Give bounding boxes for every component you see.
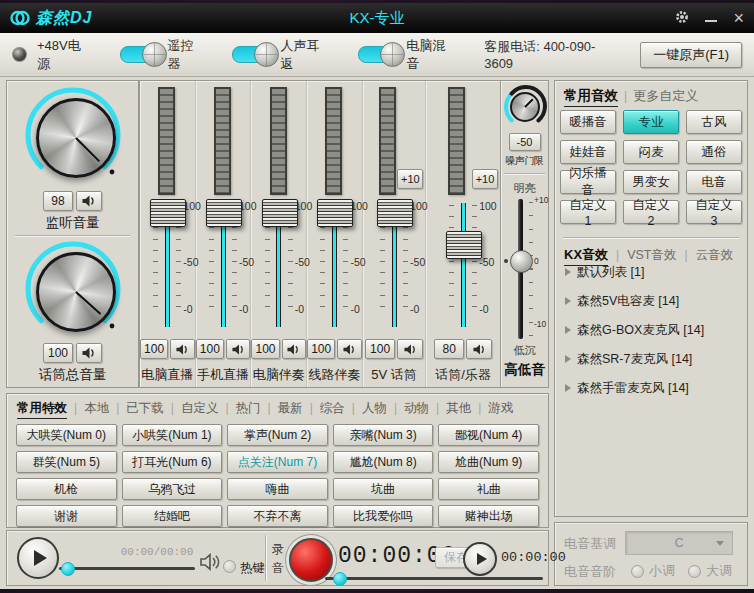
- mic-master-volume-knob[interactable]: [23, 239, 123, 339]
- tab-people[interactable]: 人物: [362, 400, 387, 417]
- tab-custom[interactable]: 自定义: [181, 400, 219, 417]
- channel-value[interactable]: 80: [434, 339, 464, 359]
- channel-value[interactable]: 100: [307, 339, 335, 359]
- channel-mute-button[interactable]: [337, 339, 361, 359]
- sfx-button[interactable]: 比我爱你吗: [333, 505, 434, 527]
- sfx-button[interactable]: 乌鸦飞过: [122, 478, 223, 500]
- tab-animal[interactable]: 动物: [404, 400, 429, 417]
- voice-fx-button[interactable]: 暖播音: [560, 110, 616, 134]
- channel-value[interactable]: 100: [140, 339, 168, 359]
- gain-plus10-button[interactable]: +10: [397, 169, 423, 189]
- tree-item-sr7-mic[interactable]: 森然SR-7麦克风 [14]: [565, 349, 743, 369]
- settings-gear-icon[interactable]: [675, 10, 689, 26]
- tree-item-5v-condenser[interactable]: 森然5V电容麦 [14]: [565, 291, 743, 311]
- monitor-mute-button[interactable]: [76, 191, 102, 211]
- voice-fx-button[interactable]: 自定义1: [560, 200, 616, 224]
- sfx-button-highlighted[interactable]: 点关注(Num 7): [227, 451, 328, 473]
- voice-fx-button[interactable]: 自定义2: [623, 200, 679, 224]
- channel-value[interactable]: 100: [196, 339, 224, 359]
- tab-general[interactable]: 综合: [320, 400, 345, 417]
- noise-gate-value[interactable]: -50: [509, 133, 541, 151]
- channel-value[interactable]: 100: [365, 339, 395, 359]
- tab-hot[interactable]: 热门: [236, 400, 261, 417]
- sfx-button[interactable]: 嗨曲: [227, 478, 328, 500]
- sfx-button[interactable]: 掌声(Num 2): [227, 424, 328, 446]
- fader-handle[interactable]: [446, 231, 482, 259]
- fader-handle[interactable]: [206, 199, 242, 227]
- mic-master-volume-value[interactable]: 100: [43, 343, 73, 363]
- speaker-icon: [403, 343, 418, 356]
- etone-major-option[interactable]: 大调: [688, 562, 732, 580]
- channel-mute-button[interactable]: [226, 339, 250, 359]
- tab-more-custom[interactable]: 更多自定义: [633, 87, 698, 105]
- remote-toggle[interactable]: [120, 46, 158, 63]
- voice-fx-button[interactable]: 娃娃音: [560, 140, 616, 164]
- tab-game[interactable]: 游戏: [488, 400, 513, 417]
- sfx-button[interactable]: 小哄笑(Num 1): [122, 424, 223, 446]
- tab-newest[interactable]: 最新: [278, 400, 303, 417]
- tab-local[interactable]: 本地: [84, 400, 109, 417]
- voice-fx-button-active[interactable]: 专业: [623, 110, 679, 134]
- monitor-volume-value[interactable]: 98: [43, 191, 73, 211]
- tone-slider-knob[interactable]: [510, 250, 533, 273]
- sfx-button[interactable]: 亲嘴(Num 3): [333, 424, 434, 446]
- record-play-button[interactable]: [463, 542, 497, 576]
- voice-fx-button[interactable]: 闪乐播音: [560, 170, 616, 194]
- sfx-button[interactable]: 尴尬(Num 8): [333, 451, 434, 473]
- record-slider[interactable]: [325, 577, 543, 580]
- voice-fx-button[interactable]: 自定义3: [686, 200, 742, 224]
- playback-slider[interactable]: [59, 567, 195, 570]
- tree-item-shoulei-mic[interactable]: 森然手雷麦克风 [14]: [565, 378, 743, 398]
- vocal-monitor-toggle[interactable]: [232, 46, 270, 63]
- etone-key-select[interactable]: C: [625, 531, 733, 555]
- channel-value[interactable]: 100: [251, 339, 279, 359]
- channel-mute-button[interactable]: [397, 339, 423, 359]
- tree-item-default-list[interactable]: 默认列表 [1]: [565, 262, 743, 282]
- channel-mute-button[interactable]: [466, 339, 492, 359]
- voice-fx-button[interactable]: 古风: [686, 110, 742, 134]
- sfx-button[interactable]: 机枪: [16, 478, 117, 500]
- fader-handle[interactable]: [262, 199, 298, 227]
- monitor-volume-knob[interactable]: [23, 85, 123, 185]
- sfx-button[interactable]: 结婚吧: [122, 505, 223, 527]
- sfx-button[interactable]: 鄙视(Num 4): [438, 424, 539, 446]
- sfx-button[interactable]: 谢谢: [16, 505, 117, 527]
- sfx-button[interactable]: 不弃不离: [227, 505, 328, 527]
- pc-mix-toggle[interactable]: [358, 46, 396, 63]
- close-icon[interactable]: ×: [733, 9, 744, 27]
- tab-common-voice-fx[interactable]: 常用音效: [564, 87, 618, 107]
- minimize-icon[interactable]: [705, 11, 717, 26]
- play-button[interactable]: [17, 537, 59, 579]
- sfx-button[interactable]: 打耳光(Num 6): [122, 451, 223, 473]
- gain-plus10-button[interactable]: +10: [472, 169, 498, 189]
- original-sound-button[interactable]: 一键原声(F1): [640, 42, 742, 68]
- channel-mute-button[interactable]: [282, 339, 306, 359]
- fader-handle[interactable]: [150, 199, 186, 227]
- voice-fx-button[interactable]: 通俗: [686, 140, 742, 164]
- record-button[interactable]: [289, 538, 333, 582]
- sfx-button[interactable]: 群笑(Num 5): [16, 451, 117, 473]
- slider-thumb[interactable]: [61, 562, 75, 576]
- voice-fx-button[interactable]: 闷麦: [623, 140, 679, 164]
- fader-handle[interactable]: [377, 199, 413, 227]
- sfx-button[interactable]: 赌神出场: [438, 505, 539, 527]
- voice-fx-button[interactable]: 男变女: [623, 170, 679, 194]
- sfx-button[interactable]: 大哄笑(Num 0): [16, 424, 117, 446]
- mic-master-mute-button[interactable]: [76, 343, 102, 363]
- channel-mute-button[interactable]: [170, 339, 194, 359]
- tab-other[interactable]: 其他: [446, 400, 471, 417]
- noise-gate-knob[interactable]: [503, 85, 547, 129]
- tab-downloaded[interactable]: 已下载: [126, 400, 164, 417]
- tree-item-gbox-mic[interactable]: 森然G-BOX麦克风 [14]: [565, 320, 743, 340]
- speaker-icon[interactable]: [199, 553, 221, 571]
- channel-label: 电脑直播: [140, 366, 195, 384]
- sfx-button[interactable]: 尬曲(Num 9): [438, 451, 539, 473]
- hotkey-radio[interactable]: [223, 560, 236, 573]
- tab-common-sfx[interactable]: 常用特效: [17, 400, 67, 419]
- etone-minor-option[interactable]: 小调: [631, 562, 675, 580]
- voice-fx-button[interactable]: 电音: [686, 170, 742, 194]
- sfx-button[interactable]: 坑曲: [333, 478, 434, 500]
- fader-handle[interactable]: [317, 199, 353, 227]
- slider-thumb[interactable]: [333, 572, 347, 586]
- sfx-button[interactable]: 礼曲: [438, 478, 539, 500]
